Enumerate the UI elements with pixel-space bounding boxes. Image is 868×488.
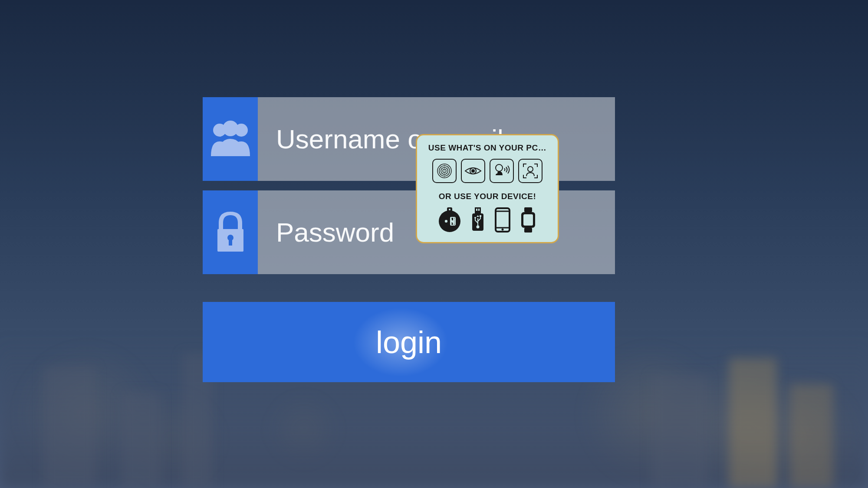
- smartwatch-option[interactable]: [520, 207, 536, 233]
- bg-building: [790, 384, 833, 488]
- face-option[interactable]: [518, 159, 542, 183]
- nfc-tag-option[interactable]: N: [438, 207, 461, 233]
- svg-point-11: [472, 170, 474, 172]
- bg-building: [729, 358, 777, 488]
- svg-rect-23: [476, 209, 477, 211]
- svg-point-12: [496, 164, 503, 171]
- svg-point-2: [223, 121, 238, 136]
- svg-rect-34: [523, 214, 533, 226]
- auth-methods-popup: USE WHAT'S ON YOUR PC…: [416, 134, 559, 243]
- svg-point-13: [528, 167, 533, 172]
- smartwatch-icon: [520, 207, 536, 233]
- popup-heading-pc: USE WHAT'S ON YOUR PC…: [427, 143, 548, 153]
- svg-rect-29: [496, 211, 510, 228]
- svg-point-30: [502, 229, 504, 231]
- bg-building: [651, 375, 707, 488]
- voice-option[interactable]: [490, 159, 514, 183]
- popup-heading-device: OR USE YOUR DEVICE!: [427, 192, 548, 201]
- usb-drive-icon: [470, 207, 485, 233]
- fingerprint-icon: [436, 163, 453, 179]
- bg-building: [43, 367, 95, 488]
- svg-point-16: [449, 209, 450, 210]
- pc-auth-icons-row: [427, 159, 548, 183]
- svg-rect-5: [229, 239, 232, 246]
- bg-building: [122, 393, 161, 488]
- fingerprint-option[interactable]: [432, 159, 457, 183]
- login-button[interactable]: login: [203, 302, 615, 382]
- password-icon-box: [203, 190, 258, 274]
- svg-rect-32: [524, 228, 532, 233]
- svg-rect-21: [475, 207, 481, 213]
- usb-option[interactable]: [470, 207, 485, 233]
- svg-rect-27: [480, 215, 481, 217]
- nfc-tag-icon: N: [438, 207, 461, 233]
- users-icon: [207, 121, 254, 157]
- smartphone-option[interactable]: [495, 207, 510, 233]
- face-id-icon: [522, 162, 539, 180]
- username-icon-box: [203, 97, 258, 181]
- voice-icon: [493, 162, 510, 180]
- iris-option[interactable]: [461, 159, 485, 183]
- svg-point-26: [474, 217, 476, 219]
- svg-rect-24: [478, 209, 480, 211]
- svg-rect-31: [524, 207, 532, 212]
- lock-icon: [215, 212, 246, 253]
- device-auth-icons-row: N: [427, 207, 548, 233]
- smartphone-icon: [495, 207, 510, 233]
- svg-point-19: [445, 220, 447, 223]
- eye-icon: [464, 165, 482, 177]
